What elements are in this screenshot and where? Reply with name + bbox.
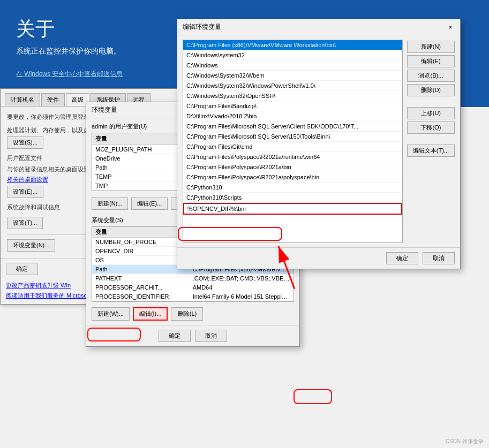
edit-title: 编辑环境变量 (183, 22, 221, 32)
list-item[interactable]: C:\Program Files\Microsoft SQL Server\Cl… (183, 122, 402, 132)
ev-sys-var: OPENCV_DIR (92, 247, 190, 256)
ev-sys-var: NUMBER_OF_PROCE (92, 238, 190, 247)
table-row[interactable]: PROCESSOR_ARCHIT... AMD64 (92, 283, 294, 292)
bg-title: 关于 (16, 16, 121, 42)
table-row[interactable]: PATHEXT .COM;.EXE;.BAT;.CMD;.VBS;.VBE;JS… (92, 274, 294, 283)
ev-ok-btn[interactable]: 确定 (159, 330, 191, 342)
list-item[interactable]: C:\Program Files\Polyspace\R2021a\bin (183, 162, 402, 172)
edit-env-dialog: 编辑环境变量 × C:\Program Files (x86)\VMware\V… (177, 19, 461, 269)
list-item[interactable]: C:\Python310\Scripts (183, 193, 402, 203)
table-row[interactable]: PROCESSOR_IDENTIFIER Intel64 Family 6 Mo… (92, 292, 294, 301)
bg-link[interactable]: 在 Windows 安全中心中查看邮送信息 (16, 70, 123, 79)
edit-ok-btn[interactable]: 确定 (386, 252, 418, 264)
list-item[interactable]: C:\Program Files\Bandizip\ (183, 101, 402, 111)
bg-subtitle: 系统正在监控并保护你的电脑。 (16, 47, 121, 56)
ev-sys-var: PROCESSOR_IDENTIFIER (92, 292, 190, 301)
ev-sys-buttons-row: 新建(W)... 编辑(I)... 删除(L) (86, 306, 299, 325)
edit-close-btn[interactable]: × (446, 23, 455, 32)
ev-sys-var: PATHEXT (92, 274, 190, 283)
sp-ok-btn[interactable]: 确定 (6, 263, 38, 275)
list-item[interactable]: C:\Program Files\Git\cmd (183, 142, 402, 152)
edit-edit-btn[interactable]: 编辑(E) (407, 55, 455, 67)
list-item[interactable]: C:\Windows (183, 60, 402, 71)
edit-browse-btn[interactable]: 浏览(B)... (407, 70, 455, 82)
ev-sys-var: PROCESSOR_ARCHIT... (92, 283, 190, 292)
list-item[interactable]: C:\Program Files\Polyspace\R2021a\polysp… (183, 172, 402, 183)
list-item[interactable]: D:\Xilinx\Vivado\2018.2\bin (183, 111, 402, 122)
list-item[interactable]: C:\Windows\System32\OpenSSH\ (183, 91, 402, 101)
list-item-opencv[interactable]: %OPENCV_DIR%\bin (183, 203, 402, 215)
edit-delete-btn[interactable]: 删除(D) (407, 84, 455, 96)
ev-title: 环境变量 (92, 105, 117, 115)
ev-sys-val: AMD64 (190, 283, 294, 292)
ev-user-edit-btn[interactable]: 编辑(E)... (131, 198, 168, 210)
list-item[interactable]: C:\Windows\system32 (183, 50, 402, 60)
bg-title-area: 关于 系统正在监控并保护你的电脑。 (16, 16, 121, 56)
ev-sys-val: Intel64 Family 6 Model 151 Stepping 2, G… (190, 292, 294, 301)
edit-side-buttons: 新建(N) 编辑(E) 浏览(B)... 删除(D) 上移(U) 下移(O) 编… (407, 40, 455, 243)
sp-env-vars-btn[interactable]: 环境变量(N)... (7, 239, 55, 252)
ev-sys-new-btn[interactable]: 新建(W)... (92, 307, 130, 321)
edit-path-list[interactable]: C:\Program Files (x86)\VMware\VMware Wor… (183, 40, 403, 243)
list-item[interactable]: C:\Program Files\Microsoft SQL Server\15… (183, 132, 402, 142)
tab-hardware[interactable]: 硬件 (41, 93, 65, 106)
list-item[interactable]: C:\Program Files (x86)\VMware\VMware Wor… (183, 40, 402, 50)
sp-startup-settings-btn[interactable]: 设置(T)... (7, 217, 43, 229)
watermark: CSDN @张世争 (446, 438, 484, 445)
list-item[interactable]: C:\Windows\System32\WindowsPowerShell\v1… (183, 81, 402, 91)
edit-ok-cancel-row: 确定 取消 (177, 247, 460, 269)
ev-cancel-btn[interactable]: 取消 (195, 330, 227, 342)
edit-down-btn[interactable]: 下移(O) (407, 122, 455, 134)
ev-sys-val: .COM;.EXE;.BAT;.CMD;.VBS;.VBE;JS;.JSE;.W… (190, 274, 294, 283)
ev-sys-var: OS (92, 256, 190, 265)
sp-settings-btn[interactable]: 设置(E)... (7, 186, 43, 198)
edit-titlebar: 编辑环境变量 × (177, 19, 460, 35)
edit-cancel-btn[interactable]: 取消 (423, 252, 455, 264)
sp-perf-settings-btn[interactable]: 设置(S)... (7, 136, 43, 149)
ev-sys-col-var: 变量 (92, 227, 190, 238)
tab-computer-name[interactable]: 计算机名 (5, 93, 40, 106)
edit-new-btn[interactable]: 新建(N) (407, 41, 455, 53)
ev-sys-delete-btn[interactable]: 删除(L) (171, 307, 203, 321)
ev-sys-var-path: Path (92, 265, 190, 274)
ev-ok-cancel-row: 确定 取消 (86, 325, 299, 346)
list-item[interactable]: C:\Program Files\Polyspace\R2021a\runtim… (183, 152, 402, 162)
list-item[interactable]: C:\Python310 (183, 183, 402, 193)
edit-up-btn[interactable]: 上移(U) (407, 107, 455, 119)
edit-text-btn[interactable]: 编辑文本(T)... (407, 145, 455, 157)
edit-list-area: C:\Program Files (x86)\VMware\VMware Wor… (177, 35, 460, 247)
list-item[interactable]: C:\Windows\System32\Wbem (183, 71, 402, 81)
ev-sys-edit-btn[interactable]: 编辑(I)... (133, 307, 168, 321)
ev-user-new-btn[interactable]: 新建(N)... (92, 198, 128, 210)
